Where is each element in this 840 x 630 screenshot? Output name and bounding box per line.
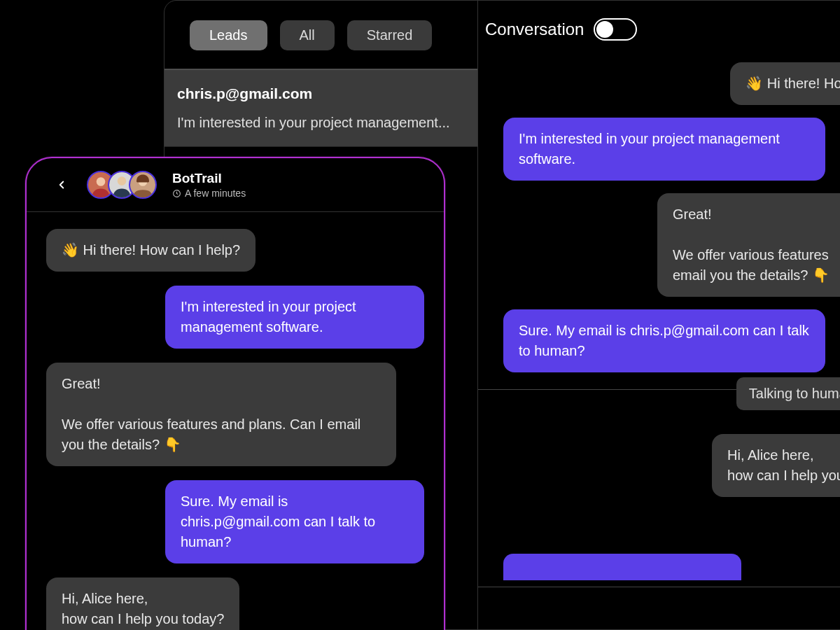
widget-title: BotTrail [172, 171, 246, 186]
widget-subtitle: A few minutes [172, 188, 246, 199]
message-agent: Hi, Alice here, how can I help you? [712, 434, 840, 497]
conversation-title: Conversation [485, 20, 584, 39]
message-bot: Great! We offer various features email y… [657, 193, 840, 297]
conversation-messages[interactable]: 👋 Hi there! How I'm interested in your p… [478, 58, 840, 629]
tab-starred[interactable]: Starred [347, 20, 433, 50]
message-user: I'm interested in your project managemen… [165, 286, 424, 349]
widget-subtitle-text: A few minutes [185, 188, 246, 199]
inbox-item-preview: I'm interested in your project managemen… [177, 115, 465, 131]
message-bot: 👋 Hi there! How [730, 62, 840, 105]
tab-leads[interactable]: Leads [190, 20, 267, 50]
conversation-header: Conversation [478, 1, 840, 58]
tab-all[interactable]: All [280, 20, 335, 50]
message-user-partial [503, 554, 741, 580]
avatar [129, 171, 157, 199]
widget-title-block: BotTrail A few minutes [172, 171, 246, 199]
inbox-item-email: chris.p@gmail.com [177, 85, 465, 102]
message-user: I'm interested in your project managemen… [503, 118, 825, 181]
message-bot: Great! We offer various features and pla… [46, 363, 396, 466]
svg-point-1 [97, 177, 106, 186]
widget-header: BotTrail A few minutes [27, 158, 444, 212]
message-user: Sure. My email is chris.p@gmail.com can … [503, 309, 825, 372]
avatar-stack [87, 171, 157, 199]
chevron-left-icon [55, 178, 68, 191]
widget-messages[interactable]: 👋 Hi there! How can I help? I'm interest… [27, 212, 444, 630]
message-agent: Hi, Alice here, how can I help you today… [46, 578, 239, 630]
svg-point-3 [118, 176, 127, 186]
system-status-pill: Talking to human [736, 377, 840, 410]
chat-widget: BotTrail A few minutes 👋 Hi there! How c… [25, 157, 445, 630]
message-bot: 👋 Hi there! How can I help? [46, 229, 255, 272]
message-user: Sure. My email is chris.p@gmail.com can … [165, 480, 424, 564]
conversation-column: Conversation 👋 Hi there! How I'm interes… [478, 1, 840, 629]
inbox-item[interactable]: chris.p@gmail.com I'm interested in your… [164, 69, 477, 147]
clock-icon [172, 189, 181, 198]
toggle-knob-icon [596, 21, 613, 38]
divider [478, 587, 840, 587]
inbox-tabs: Leads All Starred [164, 1, 477, 69]
back-button[interactable] [53, 176, 70, 193]
conversation-toggle[interactable] [594, 18, 637, 41]
